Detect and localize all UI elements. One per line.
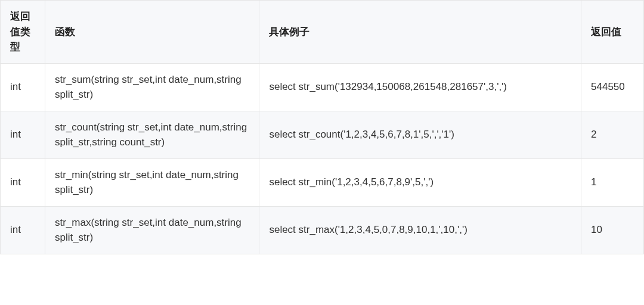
cell-return-value: 544550	[581, 63, 644, 111]
cell-function: str_max(string str_set,int date_num,stri…	[45, 206, 259, 254]
header-return-type: 返回值类型	[1, 1, 45, 64]
cell-example: select str_min('1,2,3,4,5,6,7,8,9',5,','…	[259, 158, 581, 206]
function-table: 返回值类型 函数 具体例子 返回值 int str_sum(string str…	[0, 0, 644, 254]
cell-function: str_min(string str_set,int date_num,stri…	[45, 158, 259, 206]
table-row: int str_min(string str_set,int date_num,…	[1, 158, 644, 206]
table-row: int str_count(string str_set,int date_nu…	[1, 111, 644, 158]
cell-return-value: 2	[581, 111, 644, 158]
cell-function: str_sum(string str_set,int date_num,stri…	[45, 63, 259, 111]
cell-example: select str_sum('132934,150068,261548,281…	[259, 63, 581, 111]
header-function: 函数	[45, 1, 259, 64]
table-row: int str_sum(string str_set,int date_num,…	[1, 63, 644, 111]
cell-return-type: int	[1, 158, 45, 206]
cell-return-type: int	[1, 111, 45, 158]
cell-function: str_count(string str_set,int date_num,st…	[45, 111, 259, 158]
header-row: 返回值类型 函数 具体例子 返回值	[1, 1, 644, 64]
cell-return-value: 1	[581, 158, 644, 206]
table-row: int str_max(string str_set,int date_num,…	[1, 206, 644, 254]
header-return-value: 返回值	[581, 1, 644, 64]
cell-example: select str_count('1,2,3,4,5,6,7,8,1',5,'…	[259, 111, 581, 158]
cell-example: select str_max('1,2,3,4,5,0,7,8,9,10,1,'…	[259, 206, 581, 254]
cell-return-type: int	[1, 206, 45, 254]
cell-return-value: 10	[581, 206, 644, 254]
header-example: 具体例子	[259, 1, 581, 64]
cell-return-type: int	[1, 63, 45, 111]
